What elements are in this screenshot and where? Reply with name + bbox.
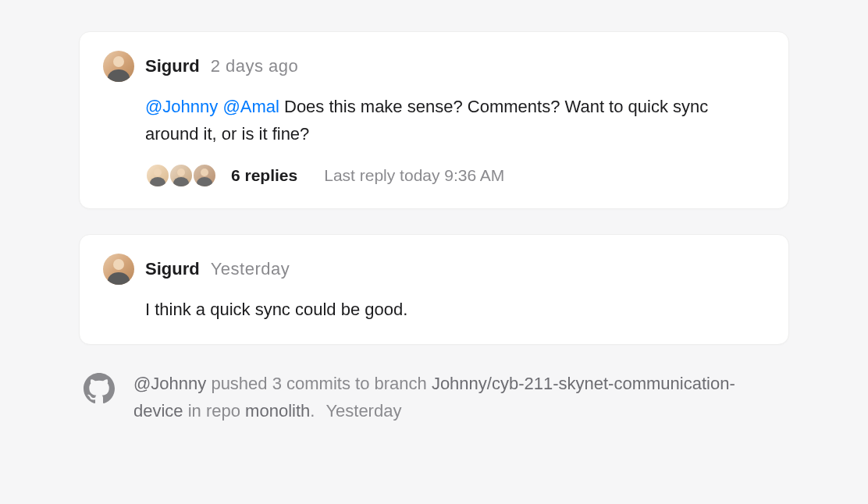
message-card[interactable]: Sigurd 2 days ago @Johnny @Amal Does thi…	[79, 31, 789, 209]
activity-repo[interactable]: monolith	[245, 401, 310, 421]
message-card[interactable]: Sigurd Yesterday I think a quick sync co…	[79, 234, 789, 344]
thread-summary[interactable]: 6 replies Last reply today 9:36 AM	[103, 163, 765, 188]
message-body: @Johnny @Amal Does this make sense? Comm…	[103, 93, 765, 147]
message-text: I think a quick sync could be good.	[145, 300, 407, 319]
author-name[interactable]: Sigurd	[145, 56, 200, 76]
author-name[interactable]: Sigurd	[145, 259, 200, 279]
reply-avatar[interactable]	[145, 163, 170, 188]
activity-actor[interactable]: @Johnny	[133, 374, 206, 393]
github-icon	[84, 373, 115, 404]
message-body: I think a quick sync could be good.	[103, 296, 765, 323]
avatar[interactable]	[103, 254, 134, 285]
reply-avatar[interactable]	[192, 163, 217, 188]
last-reply-time: Last reply today 9:36 AM	[324, 166, 504, 185]
message-timestamp: Yesterday	[211, 259, 290, 279]
activity-timestamp: Yesterday	[326, 401, 401, 421]
avatar[interactable]	[103, 51, 134, 82]
mention-link[interactable]: @Johnny	[145, 97, 218, 116]
message-header: Sigurd Yesterday	[103, 254, 765, 285]
activity-item[interactable]: @Johnny pushed 3 commits to branch Johnn…	[79, 370, 789, 424]
feed-container: Sigurd 2 days ago @Johnny @Amal Does thi…	[79, 31, 789, 424]
mention-link[interactable]: @Amal	[222, 97, 279, 116]
replies-count[interactable]: 6 replies	[231, 166, 297, 185]
reply-avatar[interactable]	[169, 163, 194, 188]
activity-text: @Johnny pushed 3 commits to branch Johnn…	[133, 370, 784, 424]
message-timestamp: 2 days ago	[211, 56, 299, 76]
message-header: Sigurd 2 days ago	[103, 51, 765, 82]
